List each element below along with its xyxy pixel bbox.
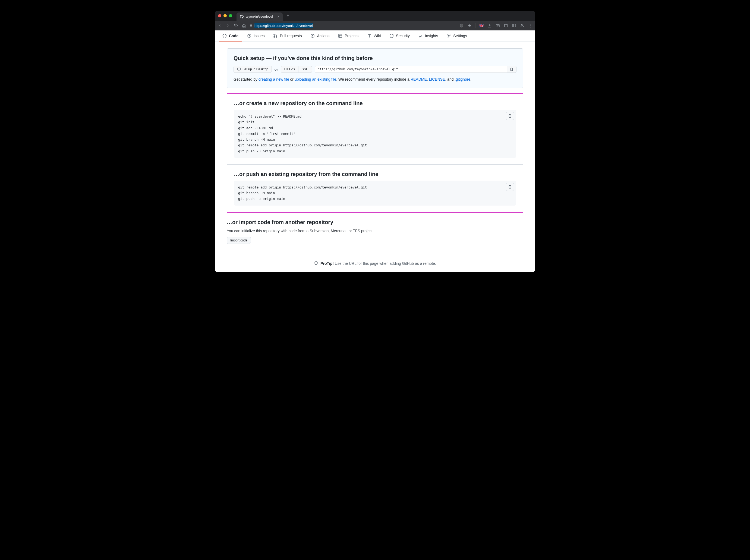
url-text: https://github.com/teyonkin/everdevel — [255, 23, 313, 28]
tab-pulls[interactable]: Pull requests — [270, 31, 305, 42]
setup-desktop-button[interactable]: Set up in Desktop — [234, 66, 272, 73]
browser-window: teyonkin/everdevel × + https://github.co… — [215, 11, 535, 272]
tab-insights-label: Insights — [425, 34, 438, 38]
svg-point-5 — [521, 24, 523, 25]
download-icon[interactable] — [487, 23, 492, 28]
sidebar-icon[interactable] — [512, 23, 516, 28]
tab-settings[interactable]: Settings — [443, 31, 470, 42]
push-code-block[interactable]: git remote add origin https://github.com… — [234, 181, 516, 205]
tab-projects-label: Projects — [345, 34, 359, 38]
clipboard-icon — [508, 114, 512, 118]
svg-rect-2 — [505, 24, 508, 27]
tab-code[interactable]: Code — [219, 31, 242, 42]
link-readme[interactable]: README — [410, 77, 427, 81]
svg-point-7 — [249, 36, 250, 36]
tab-pulls-label: Pull requests — [280, 34, 302, 38]
protip: ProTip! Use the URL for this page when a… — [215, 257, 535, 272]
protip-text: Use the URL for this page when adding Gi… — [334, 261, 436, 266]
quick-setup-title: Quick setup — if you've done this kind o… — [234, 55, 516, 61]
minimize-window-button[interactable] — [223, 14, 227, 17]
window-controls — [218, 14, 232, 17]
link-upload-file[interactable]: uploading an existing file — [295, 77, 336, 81]
svg-rect-12 — [339, 34, 342, 38]
svg-point-1 — [497, 25, 498, 26]
github-icon — [240, 15, 244, 18]
tab-code-label: Code — [229, 34, 238, 38]
svg-rect-16 — [238, 68, 241, 70]
desktop-icon — [237, 67, 241, 71]
shield-icon[interactable] — [460, 23, 464, 28]
quick-setup-help: Get started by creating a new file or up… — [234, 77, 516, 81]
close-window-button[interactable] — [218, 14, 221, 17]
svg-rect-3 — [512, 24, 516, 27]
section-import: …or import code from another repository … — [227, 213, 523, 251]
svg-point-10 — [276, 36, 277, 38]
bookmark-star-icon[interactable]: ★ — [468, 23, 471, 28]
import-code-button[interactable]: Import code — [227, 237, 251, 244]
tab-security[interactable]: Security — [386, 31, 413, 42]
section-create-title: …or create a new repository on the comma… — [234, 100, 516, 106]
protip-label: ProTip! — [320, 261, 334, 266]
copy-create-button[interactable] — [506, 112, 514, 120]
copy-push-button[interactable] — [506, 183, 514, 191]
svg-point-9 — [274, 36, 275, 38]
protocol-toggle: HTTPS SSH — [281, 66, 312, 73]
lock-icon — [249, 24, 253, 28]
browser-tab-active[interactable]: teyonkin/everdevel × — [237, 13, 283, 21]
url-bar[interactable]: https://github.com/teyonkin/everdevel — [249, 23, 456, 28]
clone-url-group — [315, 66, 516, 73]
svg-rect-0 — [496, 24, 499, 27]
highlighted-sections: …or create a new repository on the comma… — [227, 93, 523, 213]
tab-issues[interactable]: Issues — [244, 31, 268, 42]
link-license[interactable]: LICENSE — [429, 77, 445, 81]
forward-icon[interactable] — [226, 23, 230, 28]
tab-wiki-label: Wiki — [373, 34, 381, 38]
close-tab-icon[interactable]: × — [277, 14, 279, 19]
clone-url-input[interactable] — [315, 66, 507, 73]
clipboard-icon — [510, 67, 513, 71]
tab-actions-label: Actions — [317, 34, 329, 38]
section-import-title: …or import code from another repository — [227, 219, 523, 225]
browser-toolbar: https://github.com/teyonkin/everdevel ★ … — [215, 21, 535, 31]
tab-security-label: Security — [396, 34, 410, 38]
lightbulb-icon — [314, 261, 318, 266]
page-content: Quick setup — if you've done this kind o… — [220, 42, 530, 257]
link-new-file[interactable]: creating a new file — [259, 77, 289, 81]
profile-icon[interactable] — [520, 23, 524, 28]
screenshot-icon[interactable] — [495, 23, 500, 28]
maximize-window-button[interactable] — [229, 14, 232, 17]
back-icon[interactable] — [218, 23, 222, 28]
reload-icon[interactable] — [234, 23, 238, 28]
or-text: or — [275, 67, 278, 72]
svg-point-15 — [448, 35, 449, 36]
copy-url-button[interactable] — [507, 66, 516, 73]
clipboard-icon — [508, 185, 512, 189]
quick-setup-box: Quick setup — if you've done this kind o… — [227, 48, 523, 88]
tab-wiki[interactable]: Wiki — [364, 31, 384, 42]
tab-settings-label: Settings — [453, 34, 467, 38]
tab-projects[interactable]: Projects — [335, 31, 362, 42]
extension-flag-icon[interactable]: 🇬🇧 — [479, 24, 484, 28]
section-push-title: …or push an existing repository from the… — [234, 171, 516, 177]
extensions-icon[interactable] — [504, 23, 508, 28]
svg-rect-17 — [511, 68, 513, 71]
tab-actions[interactable]: Actions — [307, 31, 333, 42]
section-create: …or create a new repository on the comma… — [227, 94, 523, 165]
section-import-desc: You can initialize this repository with … — [227, 229, 523, 233]
section-push: …or push an existing repository from the… — [227, 165, 523, 212]
home-icon[interactable] — [242, 23, 246, 28]
new-tab-button[interactable]: + — [286, 13, 289, 19]
tab-issues-label: Issues — [254, 34, 264, 38]
svg-rect-18 — [509, 115, 511, 118]
setup-desktop-label: Set up in Desktop — [242, 67, 268, 71]
link-gitignore[interactable]: .gitignore — [455, 77, 471, 81]
create-code-block[interactable]: echo "# everdevel" >> README.md git init… — [234, 110, 516, 158]
https-button[interactable]: HTTPS — [281, 66, 299, 73]
svg-rect-19 — [509, 185, 511, 188]
tab-title: teyonkin/everdevel — [246, 15, 273, 18]
ssh-button[interactable]: SSH — [299, 66, 312, 73]
repo-nav: Code Issues Pull requests Actions Projec… — [215, 31, 535, 42]
svg-point-8 — [274, 34, 275, 35]
menu-icon[interactable]: ⋮ — [528, 23, 532, 28]
tab-insights[interactable]: Insights — [415, 31, 441, 42]
